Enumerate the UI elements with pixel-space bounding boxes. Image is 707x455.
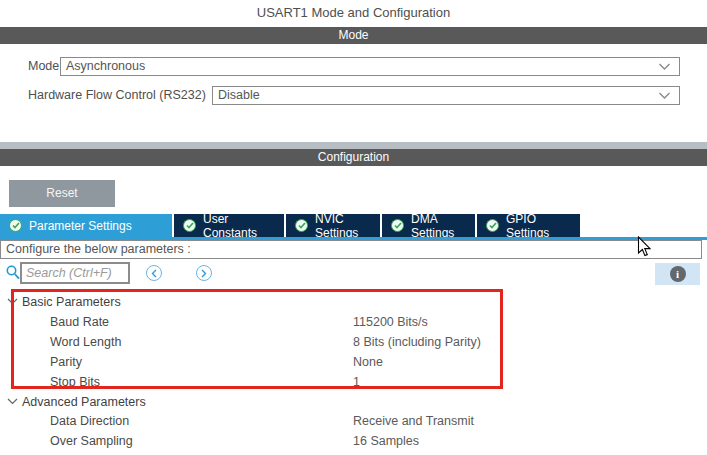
- hw-flow-control-label: Hardware Flow Control (RS232): [28, 86, 206, 105]
- tab-label: Parameter Settings: [29, 219, 132, 233]
- reset-configuration-button[interactable]: Reset Configuration: [9, 180, 115, 207]
- param-value[interactable]: 8 Bits (including Parity): [353, 332, 481, 352]
- panel-title: USART1 Mode and Configuration: [0, 5, 707, 20]
- chevron-left-icon: [151, 269, 157, 278]
- hw-flow-control-value: Disable: [218, 87, 260, 104]
- usart-config-panel: USART1 Mode and Configuration Mode Mode …: [0, 0, 707, 455]
- tab-dma-settings[interactable]: DMA Settings: [382, 214, 475, 237]
- chevron-down-icon: [658, 63, 671, 71]
- configuration-section-header: Configuration: [0, 149, 707, 166]
- group-name: Basic Parameters: [22, 292, 121, 312]
- check-circle-icon: [391, 219, 404, 232]
- mode-select-value: Asynchronous: [66, 58, 145, 75]
- search-previous-button[interactable]: [146, 265, 162, 281]
- check-circle-icon: [486, 219, 499, 232]
- tab-label: DMA Settings: [411, 212, 475, 240]
- group-header-advanced-parameters[interactable]: Advanced Parameters: [0, 392, 707, 412]
- param-row-data-direction[interactable]: Data Direction Receive and Transmit: [0, 411, 707, 431]
- param-value[interactable]: 16 Samples: [353, 431, 419, 451]
- param-value[interactable]: 1: [353, 372, 360, 392]
- param-label: Stop Bits: [50, 372, 100, 392]
- param-label: Parity: [50, 352, 82, 372]
- tab-nvic-settings[interactable]: NVIC Settings: [286, 214, 380, 237]
- chevron-down-icon: [7, 398, 18, 405]
- param-value[interactable]: Receive and Transmit: [353, 411, 474, 431]
- param-row-baud-rate[interactable]: Baud Rate 115200 Bits/s: [0, 312, 707, 332]
- info-icon: i: [670, 266, 686, 282]
- instruction-text: Configure the below parameters :: [0, 240, 702, 259]
- param-value[interactable]: 115200 Bits/s: [353, 312, 428, 332]
- param-label: Data Direction: [50, 411, 129, 431]
- tab-label: User Constants: [203, 212, 284, 240]
- hw-flow-control-select[interactable]: Disable: [212, 86, 680, 105]
- check-circle-icon: [183, 219, 196, 232]
- tab-gpio-settings[interactable]: GPIO Settings: [477, 214, 580, 237]
- check-circle-icon: [295, 219, 308, 232]
- param-row-over-sampling[interactable]: Over Sampling 16 Samples: [0, 431, 707, 451]
- search-input[interactable]: [20, 262, 130, 284]
- search-next-button[interactable]: [196, 265, 212, 281]
- group-header-basic-parameters[interactable]: Basic Parameters: [0, 292, 707, 312]
- param-value[interactable]: None: [353, 352, 383, 372]
- param-label: Baud Rate: [50, 312, 109, 332]
- param-label: Word Length: [50, 332, 121, 352]
- chevron-down-icon: [7, 298, 18, 305]
- param-row-parity[interactable]: Parity None: [0, 352, 707, 372]
- mode-section-header: Mode: [0, 27, 707, 44]
- check-circle-icon: [9, 219, 22, 232]
- chevron-right-icon: [201, 269, 207, 278]
- param-row-word-length[interactable]: Word Length 8 Bits (including Parity): [0, 332, 707, 352]
- tab-label: NVIC Settings: [315, 212, 380, 240]
- search-icon: [6, 265, 20, 280]
- tab-parameter-settings[interactable]: Parameter Settings: [0, 214, 172, 237]
- tab-label: GPIO Settings: [506, 212, 580, 240]
- mode-field-label: Mode: [28, 57, 59, 76]
- chevron-down-icon: [658, 92, 671, 100]
- tab-user-constants[interactable]: User Constants: [174, 214, 284, 237]
- mode-select[interactable]: Asynchronous: [60, 57, 680, 76]
- divider-strip: [0, 142, 707, 149]
- param-row-stop-bits[interactable]: Stop Bits 1: [0, 372, 707, 392]
- param-label: Over Sampling: [50, 431, 133, 451]
- info-button[interactable]: i: [655, 263, 700, 285]
- group-name: Advanced Parameters: [22, 392, 146, 412]
